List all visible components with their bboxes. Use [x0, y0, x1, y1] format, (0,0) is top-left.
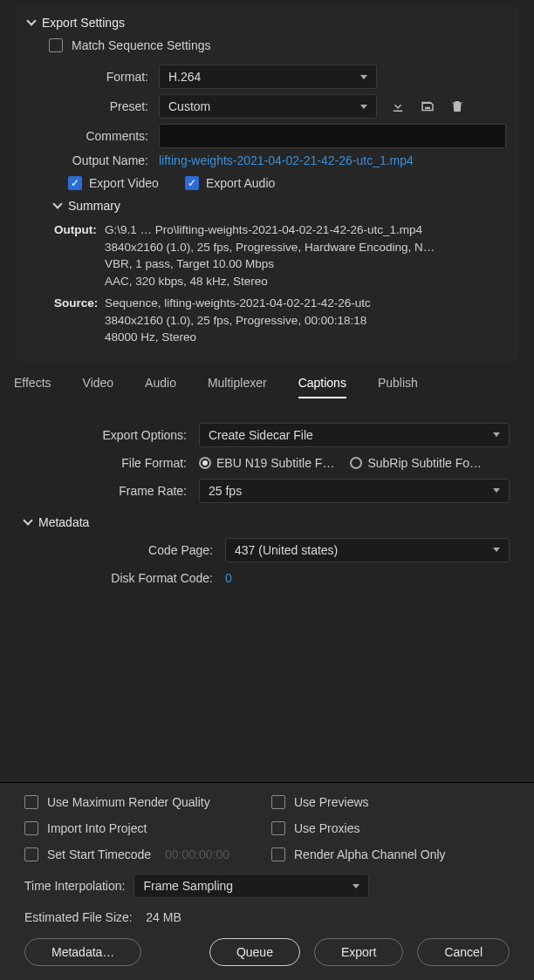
format-label: Format:	[28, 70, 159, 84]
import-project-label: Import Into Project	[47, 821, 147, 835]
chevron-down-icon	[360, 105, 367, 109]
delete-preset-icon[interactable]	[448, 98, 466, 115]
import-project-checkbox[interactable]	[24, 821, 38, 835]
est-size-label: Estimated File Size:	[24, 910, 133, 924]
chevron-down-icon	[360, 75, 367, 79]
tab-multiplexer[interactable]: Multiplexer	[208, 376, 267, 398]
set-start-tc-row[interactable]: Set Start Timecode 00:00:00:00	[24, 847, 263, 861]
tab-publish[interactable]: Publish	[378, 376, 418, 398]
export-video-row[interactable]: ✓ Export Video	[68, 176, 159, 190]
time-interp-dropdown[interactable]: Frame Sampling	[134, 874, 369, 898]
chevron-down-icon	[493, 548, 500, 552]
export-settings-title: Export Settings	[42, 16, 125, 30]
start-tc-value[interactable]: 00:00:00:00	[165, 847, 229, 861]
render-alpha-row[interactable]: Render Alpha Channel Only	[271, 847, 510, 861]
chevron-down-icon	[26, 16, 36, 25]
tab-effects[interactable]: Effects	[14, 376, 51, 398]
source-video-spec: 3840x2160 (1.0), 25 fps, Progressive, 00…	[105, 312, 506, 330]
export-audio-checkbox[interactable]: ✓	[185, 176, 199, 190]
frame-rate-label: Frame Rate:	[24, 484, 199, 498]
match-sequence-label: Match Sequence Settings	[72, 38, 211, 52]
output-heading: Output:	[54, 221, 101, 289]
code-page-value: 437 (United states)	[235, 543, 338, 557]
export-settings-header[interactable]: Export Settings	[28, 16, 506, 30]
output-path: G:\9.1 … Pro\lifting-weights-2021-04-02-…	[105, 221, 506, 239]
format-dropdown[interactable]: H.264	[159, 65, 377, 89]
save-preset-icon[interactable]	[419, 98, 436, 115]
output-audio-spec: AAC, 320 kbps, 48 kHz, Stereo	[105, 273, 506, 290]
source-audio-spec: 48000 Hz, Stereo	[105, 329, 506, 346]
import-project-row[interactable]: Import Into Project	[24, 821, 263, 835]
cancel-button[interactable]: Cancel	[417, 938, 510, 966]
code-page-label: Code Page:	[24, 543, 225, 557]
metadata-button[interactable]: Metadata…	[24, 938, 141, 966]
export-audio-label: Export Audio	[206, 176, 275, 190]
export-tabs: Effects Video Audio Multiplexer Captions…	[0, 362, 534, 398]
tab-captions[interactable]: Captions	[298, 376, 346, 398]
preset-dropdown[interactable]: Custom	[159, 94, 377, 119]
time-interp-label: Time Interpolation:	[24, 879, 125, 893]
file-format-subrip-label: SubRip Subtitle Fo…	[367, 456, 482, 470]
max-render-row[interactable]: Use Maximum Render Quality	[24, 795, 263, 809]
captions-panel: Export Options: Create Sidecar File File…	[0, 398, 534, 601]
use-proxies-label: Use Proxies	[294, 821, 359, 835]
import-preset-icon[interactable]	[389, 98, 407, 115]
chevron-down-icon	[23, 515, 32, 525]
use-previews-checkbox[interactable]	[271, 795, 285, 809]
tab-video[interactable]: Video	[83, 376, 114, 398]
disk-format-value[interactable]: 0	[225, 571, 232, 585]
export-settings-panel: Export Settings Match Sequence Settings …	[16, 5, 518, 362]
summary-title: Summary	[68, 199, 120, 213]
export-options-label: Export Options:	[24, 428, 199, 442]
render-alpha-label: Render Alpha Channel Only	[294, 847, 446, 861]
est-size-value: 24 MB	[146, 910, 181, 924]
preset-label: Preset:	[28, 99, 159, 113]
match-sequence-row[interactable]: Match Sequence Settings	[49, 38, 506, 52]
metadata-title: Metadata	[38, 515, 89, 529]
frame-rate-dropdown[interactable]: 25 fps	[199, 479, 510, 503]
queue-button[interactable]: Queue	[209, 938, 300, 966]
set-start-tc-checkbox[interactable]	[24, 847, 38, 861]
export-video-label: Export Video	[89, 176, 159, 190]
tab-audio[interactable]: Audio	[145, 376, 176, 398]
file-format-radio-ebu[interactable]	[199, 457, 211, 469]
code-page-dropdown[interactable]: 437 (United states)	[225, 538, 510, 562]
match-sequence-checkbox[interactable]	[49, 38, 63, 52]
output-bitrate: VBR, 1 pass, Target 10.00 Mbps	[105, 255, 506, 273]
source-sequence: Sequence, lifting-weights-2021-04-02-21-…	[105, 295, 506, 312]
use-proxies-checkbox[interactable]	[271, 821, 285, 835]
time-interp-value: Frame Sampling	[143, 879, 233, 893]
preset-value: Custom	[168, 99, 210, 113]
file-format-ebu-label: EBU N19 Subtitle F…	[216, 456, 334, 470]
export-video-checkbox[interactable]: ✓	[68, 176, 82, 190]
disk-format-label: Disk Format Code:	[24, 571, 225, 585]
frame-rate-value: 25 fps	[209, 484, 242, 498]
export-button[interactable]: Export	[314, 938, 403, 966]
use-previews-label: Use Previews	[294, 795, 369, 809]
output-name-link[interactable]: lifting-weights-2021-04-02-21-42-26-utc_…	[159, 153, 414, 167]
file-format-radio-subrip[interactable]	[350, 457, 362, 469]
source-heading: Source:	[54, 295, 101, 346]
summary-header[interactable]: Summary	[54, 199, 506, 213]
export-options-dropdown[interactable]: Create Sidecar File	[199, 423, 510, 447]
metadata-header[interactable]: Metadata	[24, 515, 510, 529]
max-render-label: Use Maximum Render Quality	[47, 795, 210, 809]
summary-block: Output: G:\9.1 … Pro\lifting-weights-202…	[54, 221, 506, 346]
bottom-panel: Use Maximum Render Quality Use Previews …	[0, 782, 534, 980]
render-alpha-checkbox[interactable]	[271, 847, 285, 861]
max-render-checkbox[interactable]	[24, 795, 38, 809]
file-format-label: File Format:	[24, 456, 199, 470]
export-options-value: Create Sidecar File	[209, 428, 313, 442]
set-start-tc-label: Set Start Timecode	[47, 847, 151, 861]
output-video-spec: 3840x2160 (1.0), 25 fps, Progressive, Ha…	[105, 239, 506, 256]
use-proxies-row[interactable]: Use Proxies	[271, 821, 510, 835]
comments-input[interactable]	[159, 124, 506, 148]
use-previews-row[interactable]: Use Previews	[271, 795, 510, 809]
chevron-down-icon	[52, 199, 62, 208]
export-audio-row[interactable]: ✓ Export Audio	[185, 176, 275, 190]
chevron-down-icon	[493, 432, 500, 437]
chevron-down-icon	[353, 884, 359, 888]
chevron-down-icon	[493, 488, 500, 493]
output-name-label: Output Name:	[28, 153, 159, 167]
format-value: H.264	[168, 70, 201, 84]
